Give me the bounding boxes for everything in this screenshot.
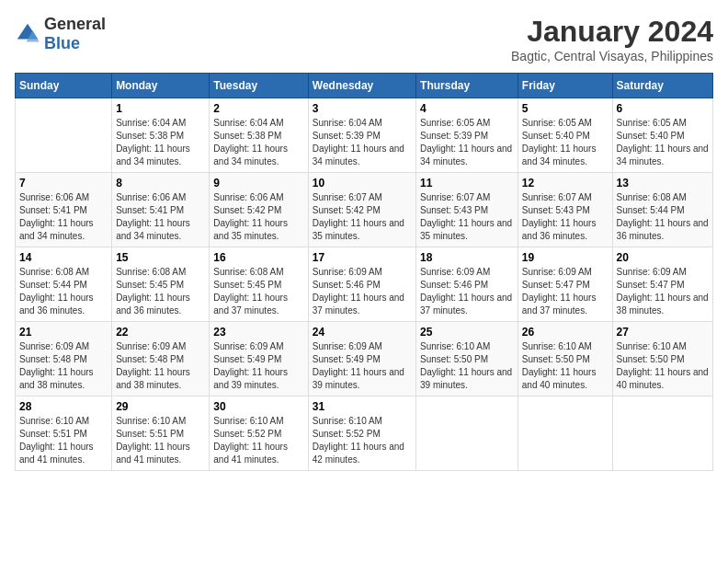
day-info: Sunrise: 6:05 AM Sunset: 5:40 PM Dayligh… (522, 117, 609, 168)
day-info: Sunrise: 6:08 AM Sunset: 5:44 PM Dayligh… (617, 191, 709, 243)
sunset-text: Sunset: 5:38 PM (213, 131, 281, 141)
logo-text: General Blue (44, 15, 106, 53)
logo-general: General (44, 15, 106, 33)
daylight-text: Daylight: 11 hours and 36 minutes. (19, 293, 94, 316)
sunrise-text: Sunrise: 6:10 AM (213, 416, 283, 426)
day-number: 12 (522, 177, 609, 190)
sunrise-text: Sunrise: 6:09 AM (617, 267, 687, 277)
day-number: 20 (617, 251, 709, 264)
day-number: 23 (213, 326, 303, 339)
calendar-cell: 11 Sunrise: 6:07 AM Sunset: 5:43 PM Dayl… (416, 173, 518, 247)
day-info: Sunrise: 6:10 AM Sunset: 5:51 PM Dayligh… (19, 415, 108, 466)
calendar-cell: 7 Sunrise: 6:06 AM Sunset: 5:41 PM Dayli… (16, 173, 112, 247)
week-row-4: 21 Sunrise: 6:09 AM Sunset: 5:48 PM Dayl… (16, 322, 713, 396)
day-number: 19 (522, 251, 609, 264)
sunrise-text: Sunrise: 6:06 AM (213, 192, 283, 202)
day-number: 7 (19, 177, 108, 190)
daylight-text: Daylight: 11 hours and 34 minutes. (617, 144, 709, 167)
daylight-text: Daylight: 11 hours and 37 minutes. (213, 293, 288, 316)
sunset-text: Sunset: 5:50 PM (617, 354, 685, 364)
daylight-text: Daylight: 11 hours and 37 minutes. (522, 293, 597, 316)
day-info: Sunrise: 6:09 AM Sunset: 5:47 PM Dayligh… (522, 266, 609, 317)
day-number: 3 (313, 102, 412, 115)
daylight-text: Daylight: 11 hours and 34 minutes. (313, 144, 404, 167)
day-info: Sunrise: 6:09 AM Sunset: 5:46 PM Dayligh… (313, 266, 412, 317)
sunrise-text: Sunrise: 6:09 AM (213, 341, 283, 351)
calendar-cell: 24 Sunrise: 6:09 AM Sunset: 5:49 PM Dayl… (308, 322, 415, 396)
daylight-text: Daylight: 11 hours and 36 minutes. (617, 218, 709, 241)
sunrise-text: Sunrise: 6:07 AM (522, 192, 592, 202)
day-number: 28 (19, 400, 108, 413)
daylight-text: Daylight: 11 hours and 38 minutes. (116, 367, 190, 390)
daylight-text: Daylight: 11 hours and 41 minutes. (19, 442, 94, 465)
sunrise-text: Sunrise: 6:09 AM (420, 267, 490, 277)
day-info: Sunrise: 6:09 AM Sunset: 5:46 PM Dayligh… (420, 266, 514, 317)
day-info: Sunrise: 6:08 AM Sunset: 5:44 PM Dayligh… (19, 266, 108, 317)
daylight-text: Daylight: 11 hours and 34 minutes. (116, 144, 190, 167)
day-number: 24 (313, 326, 412, 339)
calendar-cell: 21 Sunrise: 6:09 AM Sunset: 5:48 PM Dayl… (16, 322, 112, 396)
day-number: 1 (116, 102, 205, 115)
day-info: Sunrise: 6:07 AM Sunset: 5:42 PM Dayligh… (313, 191, 412, 243)
sunset-text: Sunset: 5:51 PM (116, 429, 184, 439)
sunrise-text: Sunrise: 6:06 AM (116, 192, 186, 202)
day-number: 27 (617, 326, 709, 339)
day-number: 16 (213, 251, 303, 264)
day-number: 9 (213, 177, 303, 190)
calendar-cell: 15 Sunrise: 6:08 AM Sunset: 5:45 PM Dayl… (112, 247, 210, 322)
day-number: 30 (213, 400, 303, 413)
day-info: Sunrise: 6:04 AM Sunset: 5:38 PM Dayligh… (213, 117, 303, 168)
day-info: Sunrise: 6:10 AM Sunset: 5:51 PM Dayligh… (116, 415, 205, 466)
sunrise-text: Sunrise: 6:10 AM (420, 341, 490, 351)
weekday-header-monday: Monday (112, 74, 210, 98)
sunset-text: Sunset: 5:50 PM (420, 354, 488, 364)
sunrise-text: Sunrise: 6:09 AM (19, 341, 89, 351)
sunset-text: Sunset: 5:48 PM (19, 354, 87, 364)
sunset-text: Sunset: 5:46 PM (420, 280, 488, 290)
day-number: 13 (617, 177, 709, 190)
sunset-text: Sunset: 5:42 PM (213, 205, 281, 215)
sunset-text: Sunset: 5:38 PM (116, 131, 184, 141)
day-number: 10 (313, 177, 412, 190)
sunset-text: Sunset: 5:47 PM (617, 280, 685, 290)
day-number: 5 (522, 102, 609, 115)
day-info: Sunrise: 6:04 AM Sunset: 5:38 PM Dayligh… (116, 117, 205, 168)
day-info: Sunrise: 6:09 AM Sunset: 5:47 PM Dayligh… (617, 266, 709, 317)
day-info: Sunrise: 6:09 AM Sunset: 5:48 PM Dayligh… (116, 340, 205, 392)
day-number: 22 (116, 326, 205, 339)
calendar-cell: 1 Sunrise: 6:04 AM Sunset: 5:38 PM Dayli… (112, 98, 210, 173)
day-number: 11 (420, 177, 514, 190)
day-info: Sunrise: 6:06 AM Sunset: 5:42 PM Dayligh… (213, 191, 303, 243)
day-number: 21 (19, 326, 108, 339)
subtitle: Bagtic, Central Visayas, Philippines (511, 49, 713, 63)
calendar-cell: 4 Sunrise: 6:05 AM Sunset: 5:39 PM Dayli… (416, 98, 518, 173)
day-info: Sunrise: 6:05 AM Sunset: 5:40 PM Dayligh… (617, 117, 709, 168)
calendar-cell (518, 396, 612, 471)
sunset-text: Sunset: 5:39 PM (420, 131, 488, 141)
calendar-cell: 31 Sunrise: 6:10 AM Sunset: 5:52 PM Dayl… (308, 396, 415, 471)
week-row-5: 28 Sunrise: 6:10 AM Sunset: 5:51 PM Dayl… (16, 396, 713, 471)
day-info: Sunrise: 6:08 AM Sunset: 5:45 PM Dayligh… (213, 266, 303, 317)
sunrise-text: Sunrise: 6:09 AM (313, 267, 382, 277)
calendar-cell: 6 Sunrise: 6:05 AM Sunset: 5:40 PM Dayli… (612, 98, 712, 173)
calendar-cell (416, 396, 518, 471)
day-info: Sunrise: 6:10 AM Sunset: 5:50 PM Dayligh… (522, 340, 609, 392)
sunset-text: Sunset: 5:49 PM (313, 354, 381, 364)
daylight-text: Daylight: 11 hours and 39 minutes. (213, 367, 288, 390)
sunrise-text: Sunrise: 6:10 AM (313, 416, 382, 426)
day-info: Sunrise: 6:06 AM Sunset: 5:41 PM Dayligh… (19, 191, 108, 243)
calendar-table: SundayMondayTuesdayWednesdayThursdayFrid… (15, 73, 713, 471)
day-number: 15 (116, 251, 205, 264)
daylight-text: Daylight: 11 hours and 34 minutes. (522, 144, 597, 167)
daylight-text: Daylight: 11 hours and 41 minutes. (116, 442, 190, 465)
calendar-cell: 12 Sunrise: 6:07 AM Sunset: 5:43 PM Dayl… (518, 173, 612, 247)
sunset-text: Sunset: 5:47 PM (522, 280, 590, 290)
calendar-cell: 2 Sunrise: 6:04 AM Sunset: 5:38 PM Dayli… (210, 98, 308, 173)
day-info: Sunrise: 6:06 AM Sunset: 5:41 PM Dayligh… (116, 191, 205, 243)
day-info: Sunrise: 6:10 AM Sunset: 5:52 PM Dayligh… (213, 415, 303, 466)
daylight-text: Daylight: 11 hours and 34 minutes. (19, 218, 94, 241)
title-area: January 2024 Bagtic, Central Visayas, Ph… (511, 15, 713, 63)
sunrise-text: Sunrise: 6:08 AM (19, 267, 89, 277)
calendar-cell: 13 Sunrise: 6:08 AM Sunset: 5:44 PM Dayl… (612, 173, 712, 247)
sunrise-text: Sunrise: 6:04 AM (116, 118, 186, 128)
